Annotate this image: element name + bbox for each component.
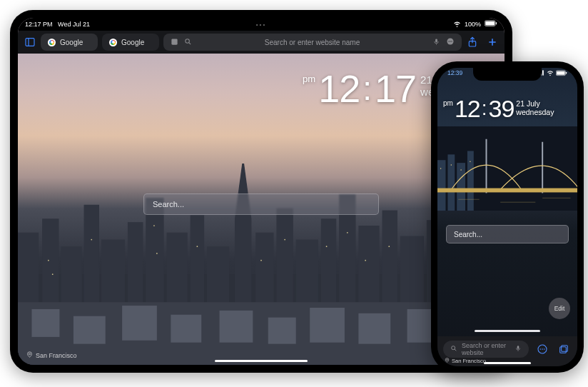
url-placeholder: Search or enter website name <box>198 39 427 46</box>
svg-point-49 <box>347 232 348 233</box>
clock-minutes: 39 <box>489 96 514 121</box>
tab-2-label: Google <box>121 39 144 46</box>
svg-point-10 <box>448 41 449 41</box>
svg-point-79 <box>451 164 452 166</box>
wifi-icon <box>453 20 461 29</box>
clock-ampm: pm <box>443 99 453 107</box>
svg-point-47 <box>284 239 285 241</box>
ipad-status-date: Wed Jul 21 <box>58 21 90 28</box>
location-pin-icon <box>26 351 33 359</box>
search-placeholder: Search... <box>454 231 482 238</box>
iphone-notch <box>473 68 542 81</box>
wifi-icon <box>547 69 554 76</box>
ipad-status-time: 12:17 PM <box>25 21 53 28</box>
multitask-dots-icon[interactable]: ••• <box>256 21 266 28</box>
svg-rect-84 <box>437 189 577 193</box>
sidebar-icon[interactable] <box>24 36 36 49</box>
ipad-status-bar: 12:17 PM Wed Jul 21 ••• 100% <box>18 18 505 31</box>
iphone-screen: 12:39 pm 12 : 39 21 July wednesday <box>437 68 577 366</box>
svg-point-12 <box>451 41 452 41</box>
google-favicon-icon <box>109 39 117 46</box>
browser-tab-1[interactable]: Google <box>41 34 98 51</box>
home-indicator[interactable] <box>215 360 308 363</box>
ipad-status-right: 100% <box>453 20 497 29</box>
search-placeholder: Search... <box>153 200 184 208</box>
svg-point-42 <box>91 239 92 241</box>
svg-point-48 <box>326 246 328 247</box>
svg-rect-75 <box>447 154 455 211</box>
svg-rect-3 <box>26 39 34 46</box>
clock-minutes: 17 <box>375 69 416 108</box>
svg-point-6 <box>186 39 190 43</box>
start-page-edit-button[interactable]: Edit <box>549 298 570 319</box>
svg-point-78 <box>440 168 442 169</box>
clock-separator: : <box>363 72 372 105</box>
svg-point-80 <box>460 169 462 171</box>
svg-point-92 <box>540 348 542 350</box>
svg-point-44 <box>156 253 158 254</box>
battery-percent-label: 100% <box>465 21 481 28</box>
ipad-status-left: 12:17 PM Wed Jul 21 <box>25 21 90 28</box>
svg-point-45 <box>196 246 198 247</box>
microphone-icon[interactable] <box>432 38 440 47</box>
svg-rect-90 <box>517 346 519 349</box>
tab-scroll-indicator <box>475 330 540 332</box>
page-settings-icon[interactable] <box>446 37 455 47</box>
svg-line-7 <box>189 42 191 44</box>
svg-point-51 <box>388 246 390 247</box>
ipad-url-field[interactable]: Search or enter website name <box>163 34 462 51</box>
svg-rect-61 <box>310 308 345 343</box>
ipad-location-label: San Francisco <box>26 351 77 359</box>
svg-rect-77 <box>467 151 474 211</box>
microphone-icon[interactable] <box>514 345 522 353</box>
home-indicator[interactable] <box>484 362 531 364</box>
page-settings-icon[interactable] <box>534 341 550 357</box>
iphone-url-field[interactable]: Search or enter website <box>443 341 529 358</box>
svg-rect-57 <box>122 306 157 341</box>
svg-rect-5 <box>171 39 177 44</box>
tab-1-label: Google <box>60 39 83 46</box>
tabs-icon[interactable] <box>556 341 572 357</box>
location-name: San Francisco <box>36 352 77 359</box>
ipad-safari-toolbar: Google Google Search or enter website na… <box>18 31 505 54</box>
svg-point-97 <box>447 359 448 361</box>
svg-rect-8 <box>435 39 437 42</box>
svg-point-43 <box>153 225 155 226</box>
new-tab-icon[interactable] <box>486 36 499 49</box>
svg-point-41 <box>52 273 54 275</box>
svg-point-65 <box>29 353 30 355</box>
privacy-block-icon <box>171 38 178 47</box>
battery-icon <box>485 20 497 29</box>
iphone-start-page-clock: pm 12 : 39 21 July wednesday <box>443 96 572 121</box>
svg-rect-69 <box>542 70 544 75</box>
svg-rect-59 <box>220 311 253 343</box>
google-favicon-icon <box>48 39 56 46</box>
iphone-wallpaper-bridge <box>437 126 577 211</box>
svg-rect-58 <box>171 315 201 343</box>
clock-separator: : <box>482 99 487 119</box>
svg-rect-71 <box>557 71 564 74</box>
browser-tab-2[interactable]: Google <box>102 34 159 51</box>
svg-point-50 <box>365 260 366 261</box>
iphone-status-time: 12:39 <box>447 69 462 76</box>
svg-rect-2 <box>496 22 497 24</box>
svg-point-40 <box>48 260 49 261</box>
edit-label: Edit <box>554 305 565 312</box>
svg-point-93 <box>542 348 543 350</box>
clock-hours: 12 <box>318 69 360 108</box>
svg-rect-96 <box>560 347 567 353</box>
svg-point-46 <box>260 260 262 261</box>
svg-line-89 <box>455 349 456 351</box>
iphone-start-page-search[interactable]: Search... <box>446 225 569 243</box>
svg-rect-74 <box>437 160 445 211</box>
search-icon <box>450 345 457 353</box>
iphone-location-tag: San Francisco <box>445 358 486 364</box>
svg-rect-60 <box>268 318 296 344</box>
share-icon[interactable] <box>466 36 479 49</box>
svg-rect-72 <box>566 71 567 74</box>
ipad-start-page-search[interactable]: Search... <box>143 194 379 215</box>
clock-day-name: wednesday <box>516 108 554 116</box>
search-icon <box>184 38 192 47</box>
svg-rect-95 <box>562 346 568 352</box>
svg-point-94 <box>544 348 545 350</box>
